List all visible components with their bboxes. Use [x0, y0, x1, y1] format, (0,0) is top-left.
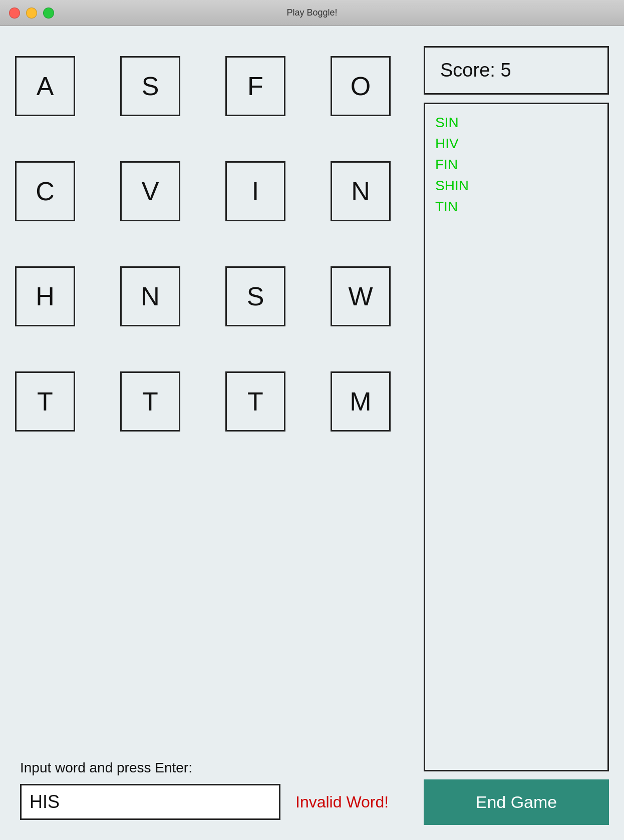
board-tile-t-13[interactable]: T [120, 371, 180, 432]
board-tile-s-1[interactable]: S [120, 56, 180, 116]
board-tile-m-15[interactable]: M [331, 371, 391, 432]
board-area: ASFOCVINHNSWTTTM [15, 41, 409, 825]
board-tile-c-4[interactable]: C [15, 161, 75, 221]
right-panel: Score: 5 SINHIVFINSHINTIN End Game [424, 41, 609, 825]
word-list: SINHIVFINSHINTIN [424, 103, 609, 771]
end-game-button[interactable]: End Game [424, 779, 609, 825]
window-title: Play Boggle! [286, 8, 337, 18]
maximize-button[interactable] [43, 8, 54, 19]
error-message: Invalid Word! [295, 793, 389, 811]
board-tile-f-2[interactable]: F [225, 56, 285, 116]
input-area: Input word and press Enter: Invalid Word… [20, 760, 414, 820]
input-label: Input word and press Enter: [20, 760, 414, 776]
found-word: FIN [435, 154, 597, 175]
board-tile-t-12[interactable]: T [15, 371, 75, 432]
title-bar: Play Boggle! [0, 0, 624, 26]
input-row: Invalid Word! [20, 784, 414, 820]
main-content: ASFOCVINHNSWTTTM Score: 5 SINHIVFINSHINT… [0, 26, 624, 840]
board-tile-n-9[interactable]: N [120, 266, 180, 326]
board-tile-a-0[interactable]: A [15, 56, 75, 116]
minimize-button[interactable] [26, 8, 37, 19]
board-grid: ASFOCVINHNSWTTTM [15, 56, 409, 437]
word-input[interactable] [20, 784, 280, 820]
found-word: SIN [435, 112, 597, 133]
found-word: TIN [435, 196, 597, 217]
board-tile-t-14[interactable]: T [225, 371, 285, 432]
board-tile-v-5[interactable]: V [120, 161, 180, 221]
board-tile-o-3[interactable]: O [331, 56, 391, 116]
score-display: Score: 5 [424, 46, 609, 95]
board-tile-h-8[interactable]: H [15, 266, 75, 326]
board-tile-s-10[interactable]: S [225, 266, 285, 326]
board-tile-w-11[interactable]: W [331, 266, 391, 326]
found-word: HIV [435, 133, 597, 154]
found-word: SHIN [435, 175, 597, 196]
board-tile-i-6[interactable]: I [225, 161, 285, 221]
board-tile-n-7[interactable]: N [331, 161, 391, 221]
close-button[interactable] [9, 8, 20, 19]
window-controls [9, 8, 54, 19]
